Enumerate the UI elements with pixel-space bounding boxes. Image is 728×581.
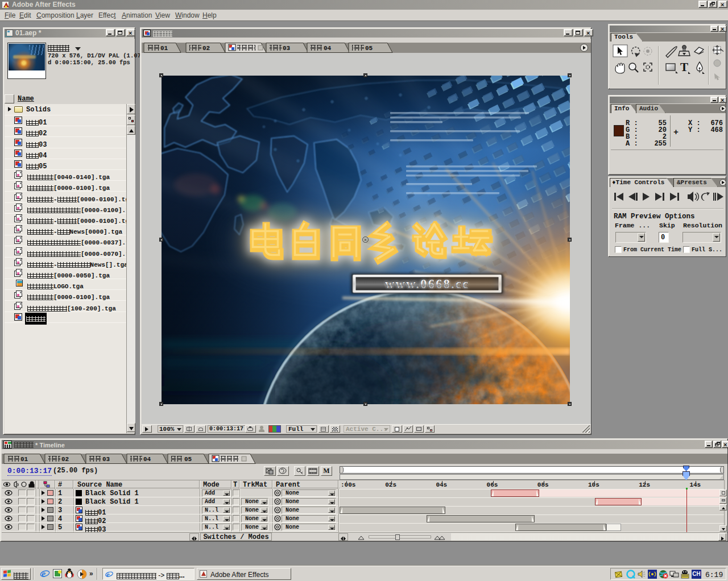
svg-text:03: 03 — [283, 45, 291, 52]
svg-text:05: 05 — [365, 45, 373, 52]
svg-text:02: 02 — [61, 456, 69, 463]
svg-text:04: 04 — [143, 456, 151, 463]
svg-text:04: 04 — [324, 45, 332, 52]
svg-text:01: 01 — [160, 45, 168, 52]
svg-text:e: e — [106, 570, 110, 579]
svg-text:RAM Preview Options: RAM Preview Options — [614, 213, 695, 221]
svg-text:01: 01 — [20, 456, 28, 463]
svg-text:www.0668.cc: www.0668.cc — [385, 277, 469, 291]
svg-text:03: 03 — [102, 456, 110, 463]
svg-text:02: 02 — [202, 45, 210, 52]
svg-text:e: e — [42, 569, 46, 579]
svg-text:Skip: Skip — [659, 222, 675, 229]
svg-text:Frame ...: Frame ... — [615, 222, 650, 229]
svg-text:05: 05 — [184, 456, 192, 463]
svg-text:Resolution: Resolution — [683, 222, 722, 229]
svg-text:T: T — [680, 60, 688, 74]
